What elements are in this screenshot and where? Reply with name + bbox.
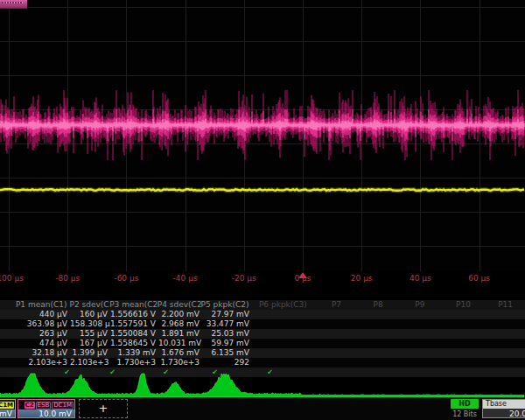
timebase-value: 20.0 µs	[509, 410, 525, 418]
axis-tick-label: 60 µs	[468, 274, 490, 283]
hd-mode-badge[interactable]: HD	[451, 399, 479, 409]
c1-trace	[0, 189, 524, 191]
c2-label-badge: C2	[24, 402, 35, 409]
c1-coupling-badge: DC1M	[0, 402, 14, 409]
waveform-traces	[0, 0, 525, 271]
measure-cell: 1.550084 V	[110, 329, 158, 339]
measure-cell: 25.03 mV	[202, 329, 252, 339]
timebase-descriptor[interactable]: Tbase 20.0 µs	[482, 399, 525, 418]
measure-cell: 1.557591 V	[110, 319, 158, 329]
axis-tick-label: -80 µs	[55, 274, 80, 283]
measure-cell: 59.97 mV	[202, 339, 252, 348]
measure-cell: 2.103e+3	[0, 358, 70, 368]
measure-col-header[interactable]: P11	[486, 300, 525, 310]
measure-col-header[interactable]: P7	[316, 300, 358, 310]
oscilloscope-screen: -100 µs-80 µs-60 µs-40 µs-20 µs0 µs20 µs…	[0, 0, 525, 420]
measure-col-header[interactable]: P4 sdev(C2)	[158, 300, 201, 310]
measurement-histogram	[0, 374, 524, 397]
axis-tick-label: -40 µs	[173, 274, 198, 283]
measure-cell: 2.103e+3	[70, 358, 110, 368]
measure-cell: 363.98 µV	[0, 319, 70, 329]
measure-cell: 167 µV	[70, 339, 110, 348]
axis-tick-label: 40 µs	[410, 274, 431, 283]
axis-tick-label: 0 µs	[294, 274, 311, 283]
time-axis: -100 µs-80 µs-60 µs-40 µs-20 µs0 µs20 µs…	[0, 271, 525, 285]
measure-cell: 2.200 mV	[158, 310, 202, 319]
measure-col-header[interactable]: P8	[357, 300, 399, 310]
measure-cell: 155 µV	[70, 329, 110, 339]
measure-cell: 440 µV	[0, 310, 70, 319]
histogram-strip	[0, 373, 525, 399]
measure-cell: 6.135 mV	[202, 348, 252, 358]
measure-cell: 1.676 mV	[158, 348, 202, 358]
axis-tick-label: -100 µs	[0, 274, 24, 283]
axis-tick-label: -60 µs	[114, 274, 138, 283]
cropped-corner-badge	[0, 0, 27, 9]
measure-cell: 1.556616 V	[110, 310, 158, 319]
measure-cell: 263 µV	[0, 329, 70, 339]
measure-cell: 474 µV	[0, 339, 70, 348]
waveform-grid	[0, 0, 525, 271]
measure-cell: 1.558645 V	[110, 339, 158, 348]
channel-c1-descriptor[interactable]: DC1M 10.0 mV	[0, 399, 16, 418]
measure-cell: 33.477 mV	[202, 319, 252, 329]
measure-cell: 2.968 mV	[158, 319, 202, 329]
measure-cell: 1.891 mV	[158, 329, 202, 339]
measure-col-header[interactable]: P10	[441, 300, 486, 310]
measurement-table: P1 mean(C1)P2 sdev(C1)P3 mean(C2)P4 sdev…	[0, 300, 525, 377]
axis-tick-label: -20 µs	[232, 274, 256, 283]
measure-col-header[interactable]: P1 mean(C1)	[0, 300, 69, 310]
measure-col-header[interactable]: P2 sdev(C1)	[69, 300, 109, 310]
measure-col-header[interactable]: P9	[399, 300, 441, 310]
bottom-toolbar: DC1M 10.0 mV C2 ESB DC1M 10.0 mV + HD 12…	[0, 398, 525, 420]
measure-cell: 292	[202, 358, 252, 368]
c2-eres-badge: ESB	[36, 402, 52, 410]
measure-cell: 27.97 mV	[202, 310, 252, 319]
measure-cell: 1.399 µV	[70, 348, 110, 358]
add-trace-button[interactable]: +	[79, 399, 128, 418]
histogram-trace	[0, 373, 525, 399]
axis-tick-label: 20 µs	[351, 274, 373, 283]
channel-c2-descriptor[interactable]: C2 ESB DC1M 10.0 mV	[18, 399, 75, 418]
measure-col-header[interactable]: P5 pkpk(C2)	[201, 300, 251, 310]
c2-coupling-badge: DC1M	[52, 402, 74, 410]
measure-cell: 32.18 µV	[0, 348, 70, 358]
measure-cell: 10.031 mV	[158, 339, 202, 348]
measure-col-header[interactable]: P6 pkpk(C3)	[250, 300, 315, 310]
measure-cell: 160 µV	[70, 310, 110, 319]
timebase-title: Tbase	[483, 400, 525, 409]
measure-cell: 1.339 mV	[110, 348, 158, 358]
measure-cell: 1.730e+3	[158, 358, 202, 368]
measure-col-header[interactable]: P3 mean(C2)	[109, 300, 158, 310]
measure-cell: 1.730e+3	[110, 358, 158, 368]
hd-bits-label: 12 Bits	[449, 410, 480, 418]
c2-scale-value: 10.0 mV	[18, 410, 74, 418]
c1-scale-value: 10.0 mV	[0, 410, 15, 418]
measure-cell: 158.308 µV	[70, 319, 110, 329]
